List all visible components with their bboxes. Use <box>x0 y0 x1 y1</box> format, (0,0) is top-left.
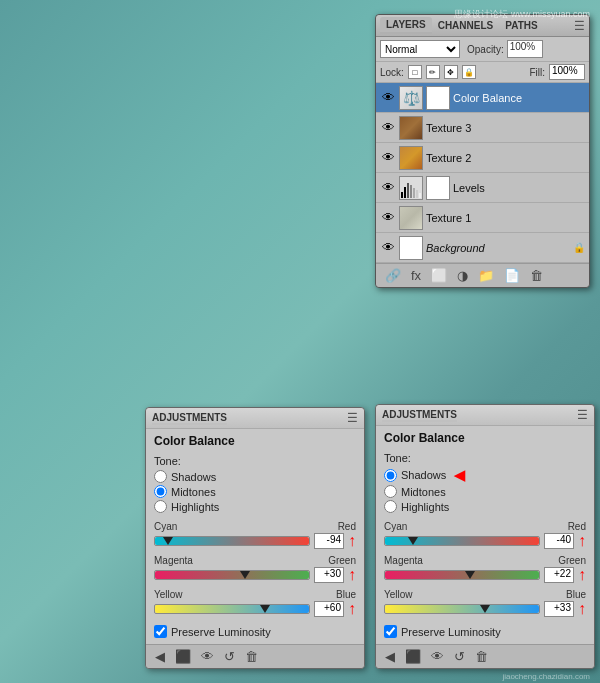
adj-refresh-icon-left[interactable]: ↺ <box>221 648 238 665</box>
tone-highlights-radio-left[interactable] <box>154 500 167 513</box>
slider-labels-2-right: Yellow Blue <box>384 589 586 600</box>
folder-icon[interactable]: 📁 <box>475 267 497 284</box>
tone-midtones-left[interactable]: Midtones <box>154 485 356 498</box>
slider-fill-1-right <box>385 571 539 579</box>
layer-row-color-balance[interactable]: 👁 ⚖️ Color Balance <box>376 83 589 113</box>
preserve-label-right: Preserve Luminosity <box>401 626 501 638</box>
slider-track-2-left[interactable] <box>154 604 310 614</box>
add-mask-icon[interactable]: ⬜ <box>428 267 450 284</box>
adjustments-icon[interactable]: ◑ <box>454 267 471 284</box>
new-layer-icon[interactable]: 📄 <box>501 267 523 284</box>
adj-back-icon-right[interactable]: ◀ <box>382 648 398 665</box>
adj-eye-icon-left[interactable]: 👁 <box>198 648 217 665</box>
delete-icon[interactable]: 🗑 <box>527 267 546 284</box>
tone-highlights-left[interactable]: Highlights <box>154 500 356 513</box>
slider-labels-2-left: Yellow Blue <box>154 589 356 600</box>
lock-all-icon[interactable]: 🔒 <box>462 65 476 79</box>
layer-row-levels[interactable]: 👁 Levels <box>376 173 589 203</box>
adj-title-right: ADJUSTMENTS <box>382 409 457 422</box>
slider-track-0-right[interactable] <box>384 536 540 546</box>
slider-container-1-right: +22 ↑ <box>384 567 586 583</box>
slider-value-1-right[interactable]: +22 <box>544 567 574 583</box>
layer-name-1: Texture 3 <box>426 122 585 134</box>
adj-back-icon-left[interactable]: ◀ <box>152 648 168 665</box>
slider-handle-0-left[interactable] <box>163 537 173 545</box>
slider-fill-2-left <box>155 605 309 613</box>
tab-layers[interactable]: LAYERS <box>380 17 432 34</box>
slider-handle-2-left[interactable] <box>260 605 270 613</box>
layer-row-texture3[interactable]: 👁 Texture 3 <box>376 113 589 143</box>
tone-shadows-right[interactable]: Shadows ◀ <box>384 467 586 483</box>
slider-value-2-left[interactable]: +60 <box>314 601 344 617</box>
preserve-checkbox-right[interactable] <box>384 625 397 638</box>
slider-value-2-right[interactable]: +33 <box>544 601 574 617</box>
lock-image-icon[interactable]: ✏ <box>426 65 440 79</box>
slider-container-0-right: -40 ↑ <box>384 533 586 549</box>
adj-menu-icon-right[interactable]: ☰ <box>577 408 588 422</box>
adj-menu-icon-left[interactable]: ☰ <box>347 411 358 425</box>
red-arrow-2-right: ↑ <box>578 601 586 617</box>
slider-track-1-left[interactable] <box>154 570 310 580</box>
eye-icon-1[interactable]: 👁 <box>380 120 396 136</box>
layer-thumb-2 <box>399 146 423 170</box>
svg-rect-4 <box>413 188 415 198</box>
lock-transparent-icon[interactable]: □ <box>408 65 422 79</box>
eye-icon-5[interactable]: 👁 <box>380 240 396 256</box>
tone-shadows-left[interactable]: Shadows <box>154 470 356 483</box>
tone-shadows-radio-right[interactable] <box>384 469 397 482</box>
lock-label: Lock: <box>380 67 404 78</box>
red-arrow-0-left: ↑ <box>348 533 356 549</box>
slider-container-2-left: +60 ↑ <box>154 601 356 617</box>
adj-header-right: ADJUSTMENTS ☰ <box>376 405 594 426</box>
fx-icon[interactable]: fx <box>408 267 424 284</box>
slider-value-0-right[interactable]: -40 <box>544 533 574 549</box>
eye-icon-2[interactable]: 👁 <box>380 150 396 166</box>
slider-handle-1-left[interactable] <box>240 571 250 579</box>
adj-bottom-left: ◀ ⬛ 👁 ↺ 🗑 <box>146 644 364 668</box>
slider-value-0-left[interactable]: -94 <box>314 533 344 549</box>
red-arrow-1-left: ↑ <box>348 567 356 583</box>
adj-refresh-icon-right[interactable]: ↺ <box>451 648 468 665</box>
layer-thumb-1 <box>399 116 423 140</box>
slider-track-0-left[interactable] <box>154 536 310 546</box>
tone-highlights-radio-right[interactable] <box>384 500 397 513</box>
blend-mode-select[interactable]: Normal Multiply Screen <box>380 40 460 58</box>
tone-highlights-right[interactable]: Highlights <box>384 500 586 513</box>
slider-handle-0-right[interactable] <box>408 537 418 545</box>
opacity-label: Opacity: <box>467 44 504 55</box>
tone-midtones-right[interactable]: Midtones <box>384 485 586 498</box>
adj-clip-icon-right[interactable]: ⬛ <box>402 648 424 665</box>
eye-icon-0[interactable]: 👁 <box>380 90 396 106</box>
layer-thumb-5 <box>399 236 423 260</box>
tone-midtones-radio-right[interactable] <box>384 485 397 498</box>
adj-delete-icon-right[interactable]: 🗑 <box>472 648 491 665</box>
fill-value[interactable]: 100% <box>549 64 585 80</box>
slider-handle-2-right[interactable] <box>480 605 490 613</box>
layer-row-texture2[interactable]: 👁 Texture 2 <box>376 143 589 173</box>
slider-track-1-right[interactable] <box>384 570 540 580</box>
slider-value-1-left[interactable]: +30 <box>314 567 344 583</box>
slider-fill-2-right <box>385 605 539 613</box>
adj-content-right: Tone: Shadows ◀ Midtones Highlights Cyan… <box>376 448 594 644</box>
layer-row-texture1[interactable]: 👁 Texture 1 <box>376 203 589 233</box>
slider-section-left: Cyan Red -94 ↑ Magenta Green <box>154 521 356 617</box>
preserve-label-left: Preserve Luminosity <box>171 626 271 638</box>
tone-midtones-radio-left[interactable] <box>154 485 167 498</box>
layer-thumb-0: ⚖️ <box>399 86 423 110</box>
adj-clip-icon-left[interactable]: ⬛ <box>172 648 194 665</box>
link-icon[interactable]: 🔗 <box>382 267 404 284</box>
preserve-checkbox-left[interactable] <box>154 625 167 638</box>
layer-row-background[interactable]: 👁 Background 🔒 <box>376 233 589 263</box>
red-arrow-2-left: ↑ <box>348 601 356 617</box>
svg-rect-0 <box>401 192 403 198</box>
eye-icon-4[interactable]: 👁 <box>380 210 396 226</box>
slider-handle-1-right[interactable] <box>465 571 475 579</box>
slider-labels-0-right: Cyan Red <box>384 521 586 532</box>
eye-icon-3[interactable]: 👁 <box>380 180 396 196</box>
slider-track-2-right[interactable] <box>384 604 540 614</box>
adj-delete-icon-left[interactable]: 🗑 <box>242 648 261 665</box>
adj-eye-icon-right[interactable]: 👁 <box>428 648 447 665</box>
tone-shadows-radio-left[interactable] <box>154 470 167 483</box>
lock-position-icon[interactable]: ✥ <box>444 65 458 79</box>
opacity-value[interactable]: 100% <box>507 40 543 58</box>
